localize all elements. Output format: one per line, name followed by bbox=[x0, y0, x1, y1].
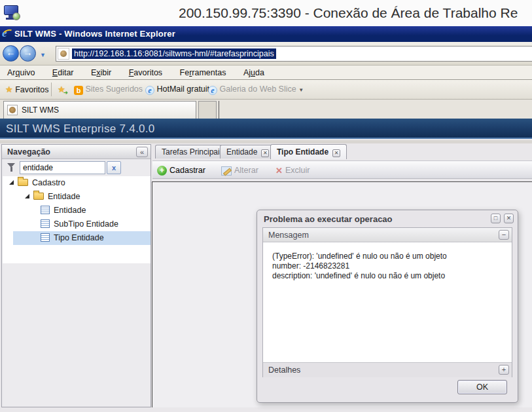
ie-logo-icon: e bbox=[2, 28, 12, 39]
divider bbox=[219, 101, 219, 119]
tab-tarefas-principais[interactable]: Tarefas Principais bbox=[155, 145, 230, 159]
tree-leaf-subtipo-entidade[interactable]: SubTipo Entidade bbox=[3, 217, 151, 231]
ie-icon: e bbox=[145, 86, 154, 95]
tree-leaf-entidade[interactable]: Entidade bbox=[3, 204, 151, 217]
folder-icon bbox=[18, 179, 28, 186]
tree-node-cadastro[interactable]: Cadastro bbox=[3, 176, 151, 190]
menu-ajuda[interactable]: Ajuda bbox=[236, 66, 272, 77]
error-line: description: 'undefined' é nulo ou não é… bbox=[272, 271, 512, 281]
crud-toolbar: Cadastrar Alterar ✕Excluir bbox=[152, 160, 532, 179]
navigation-panel: Navegação « x Cadastro Entidade Entidade… bbox=[1, 144, 151, 407]
browser-window-title: SILT WMS - Windows Internet Explorer bbox=[14, 29, 175, 39]
browser-tab-strip: SILT WMS bbox=[0, 100, 532, 119]
menu-ferramentas[interactable]: Ferramentas bbox=[173, 66, 234, 77]
excluir-button[interactable]: ✕Excluir bbox=[275, 164, 310, 176]
menu-arquivo[interactable]: Arquivo bbox=[0, 66, 42, 77]
add-favorite-icon: ★ bbox=[58, 84, 65, 94]
divider bbox=[51, 83, 52, 96]
error-line: number: -2146823281 bbox=[272, 261, 512, 271]
menu-exibir[interactable]: Exibir bbox=[84, 66, 118, 77]
back-button[interactable]: ← bbox=[3, 45, 19, 62]
rdp-title-strip: 200.150.99.75:3390 - Conexão de Área de … bbox=[0, 0, 532, 26]
bing-icon: b bbox=[74, 86, 83, 95]
dialog-title: Problema ao executar operacao bbox=[264, 214, 393, 224]
tree-leaf-tipo-entidade[interactable]: Tipo Entidade bbox=[3, 231, 151, 245]
new-tab-button[interactable] bbox=[198, 101, 217, 119]
chevron-down-icon: ▼ bbox=[298, 87, 304, 93]
mensagem-panel: Mensagem − (TypeError): 'undefined' é nu… bbox=[262, 227, 512, 377]
tree-node-entidade-folder[interactable]: Entidade bbox=[3, 190, 151, 204]
hotmail-button[interactable]: e HotMail gratuito bbox=[145, 84, 214, 95]
list-icon bbox=[41, 219, 50, 228]
main-area: Navegação « x Cadastro Entidade Entidade… bbox=[0, 143, 532, 412]
ie-icon: e bbox=[208, 86, 217, 95]
list-icon bbox=[41, 206, 50, 214]
page-favicon-icon bbox=[58, 48, 69, 60]
collapse-section-icon[interactable]: − bbox=[499, 230, 509, 240]
history-dropdown-icon[interactable]: ▼ bbox=[40, 52, 46, 58]
sites-sugeridos-button[interactable]: b Sites Sugeridos ▼ bbox=[74, 84, 150, 95]
navigation-tree: Cadastro Entidade Entidade SubTipo Entid… bbox=[3, 176, 151, 263]
folder-icon bbox=[33, 193, 44, 200]
forward-button[interactable]: → bbox=[20, 45, 36, 62]
error-message-body: (TypeError): 'undefined' é nulo ou não é… bbox=[263, 243, 512, 362]
galeria-web-slice-button[interactable]: e Galeria do Web Slice ▼ bbox=[208, 84, 304, 95]
browser-titlebar: e SILT WMS - Windows Internet Explorer bbox=[0, 26, 532, 42]
forward-arrow-icon: → bbox=[20, 47, 35, 58]
close-tab-icon[interactable]: ✕ bbox=[261, 149, 269, 157]
content-tab-strip: Tarefas Principais Entidade✕ Tipo Entida… bbox=[152, 144, 532, 159]
browser-tab-siltwms[interactable]: SILT WMS bbox=[3, 101, 196, 119]
mensagem-panel-header: Mensagem − bbox=[263, 228, 512, 242]
navigation-panel-header: Navegação « bbox=[2, 145, 151, 159]
add-to-favorites-bar-button[interactable]: ★ bbox=[58, 84, 65, 94]
error-line: (TypeError): 'undefined' é nulo ou não é… bbox=[272, 252, 512, 261]
detalhes-bar: Detalhes + bbox=[263, 362, 512, 377]
favorites-bar: ★ Favoritos ★ b Sites Sugeridos ▼ e HotM… bbox=[0, 80, 532, 100]
mensagem-label: Mensagem bbox=[268, 231, 309, 240]
remote-desktop-icon bbox=[4, 4, 24, 22]
address-bar: ← → ▼ http://192.168.1.16:8081/siltwms-h… bbox=[0, 42, 532, 66]
list-icon bbox=[41, 233, 50, 242]
expander-icon[interactable] bbox=[25, 194, 29, 198]
delete-icon: ✕ bbox=[275, 165, 283, 177]
detalhes-label: Detalhes bbox=[268, 365, 300, 375]
collapse-panel-button[interactable]: « bbox=[136, 147, 148, 157]
add-icon bbox=[157, 166, 167, 176]
expander-icon[interactable] bbox=[9, 180, 14, 185]
clear-filter-button[interactable]: x bbox=[107, 161, 121, 174]
cadastrar-button[interactable]: Cadastrar bbox=[157, 164, 205, 176]
menu-bar: Arquivo Editar Exibir Favoritos Ferramen… bbox=[0, 66, 532, 80]
restore-icon[interactable]: □ bbox=[491, 214, 501, 223]
filter-input[interactable] bbox=[20, 161, 105, 174]
tab-tipo-entidade[interactable]: Tipo Entidade✕ bbox=[270, 144, 347, 159]
address-input[interactable]: http://192.168.1.16:8081/siltwms-hml/#ta… bbox=[56, 46, 532, 62]
menu-editar[interactable]: Editar bbox=[45, 66, 81, 77]
close-tab-icon[interactable]: ✕ bbox=[332, 149, 340, 157]
close-icon[interactable]: ✕ bbox=[504, 214, 514, 223]
alterar-button[interactable]: Alterar bbox=[221, 164, 258, 176]
ok-button[interactable]: OK bbox=[457, 380, 507, 394]
tree-filter-row: x bbox=[2, 159, 151, 176]
app-header: SILT WMS Enterprise 7.4.0.0 bbox=[0, 119, 532, 139]
menu-favoritos[interactable]: Favoritos bbox=[122, 66, 169, 77]
address-url-text[interactable]: http://192.168.1.16:8081/siltwms-hml/#ta… bbox=[72, 48, 276, 59]
error-dialog: Problema ao executar operacao □ ✕ Mensag… bbox=[257, 210, 518, 403]
edit-icon bbox=[221, 166, 232, 176]
rdp-window-title: 200.150.99.75:3390 - Conexão de Área de … bbox=[179, 5, 532, 21]
back-arrow-icon: ← bbox=[3, 47, 18, 58]
filter-icon bbox=[7, 163, 16, 172]
navigation-title: Navegação bbox=[7, 147, 50, 157]
tab-favicon-icon bbox=[7, 105, 18, 115]
tab-entidade[interactable]: Entidade✕ bbox=[220, 145, 275, 159]
favorites-button[interactable]: ★ Favoritos bbox=[5, 84, 49, 94]
app-title: SILT WMS Enterprise 7.4.0.0 bbox=[6, 122, 155, 136]
expand-section-icon[interactable]: + bbox=[499, 365, 509, 375]
favorites-star-icon: ★ bbox=[5, 84, 13, 94]
